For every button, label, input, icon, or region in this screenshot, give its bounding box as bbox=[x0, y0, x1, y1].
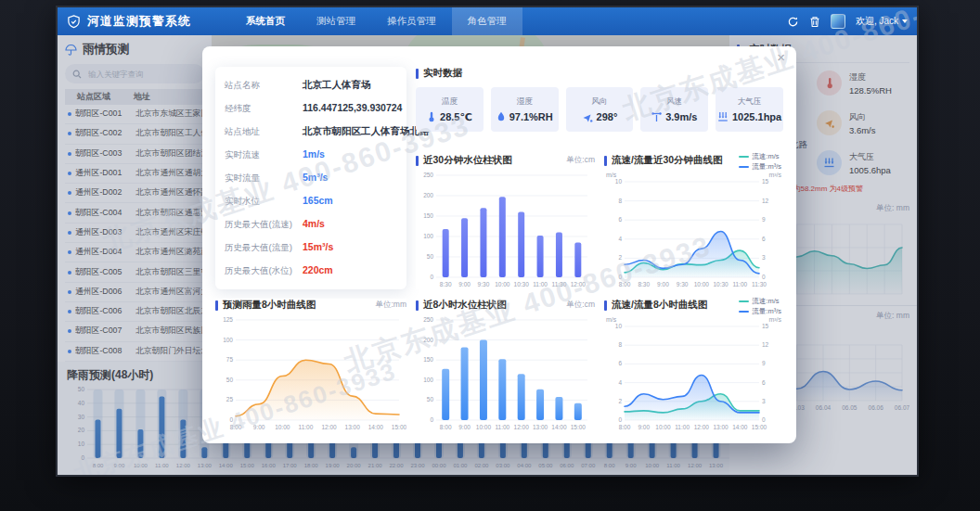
close-icon[interactable]: × bbox=[777, 50, 785, 64]
chart-unit: 单位:cm bbox=[566, 155, 595, 166]
svg-text:6: 6 bbox=[762, 236, 766, 242]
svg-text:8:30: 8:30 bbox=[638, 281, 650, 287]
svg-text:0: 0 bbox=[430, 416, 433, 423]
svg-text:11:30: 11:30 bbox=[752, 281, 767, 287]
svg-text:10:30: 10:30 bbox=[713, 281, 729, 287]
navbar: 河道监测预警系统 系统首页 测站管理 操作员管理 角色管理 欢迎, Jack bbox=[58, 7, 917, 35]
thermometer-icon bbox=[427, 111, 436, 122]
svg-text:14:00: 14:00 bbox=[551, 424, 567, 430]
svg-text:15: 15 bbox=[762, 323, 769, 329]
svg-text:8:00: 8:00 bbox=[440, 424, 452, 430]
title-bar-icon bbox=[604, 300, 607, 311]
chart-header: 近8小时水位柱状图 单位:cm bbox=[416, 299, 595, 312]
svg-text:12:00: 12:00 bbox=[514, 424, 530, 430]
svg-text:10:00: 10:00 bbox=[655, 424, 671, 430]
water-level-30min-chart: 0501001502002508:309:009:3010:0010:3011:… bbox=[416, 169, 595, 289]
trash-icon[interactable] bbox=[809, 16, 820, 28]
title-bar-icon bbox=[416, 156, 419, 166]
humidity-icon bbox=[496, 111, 506, 122]
info-value: 15m³/s bbox=[303, 241, 333, 252]
card-wind-speed: 风速 3.9m/s bbox=[640, 87, 708, 132]
svg-text:13:00: 13:00 bbox=[533, 424, 548, 430]
svg-text:15:00: 15:00 bbox=[571, 424, 587, 430]
info-row: 历史最大值(流量)15m³/s bbox=[225, 241, 397, 254]
title-bar-icon bbox=[604, 156, 607, 166]
menu-item-roles[interactable]: 角色管理 bbox=[452, 7, 522, 35]
chart-title: 近8小时水位柱状图 bbox=[423, 299, 507, 312]
card-value: 1025.1hpa bbox=[732, 111, 781, 122]
svg-text:12:00: 12:00 bbox=[321, 424, 337, 430]
svg-text:4: 4 bbox=[618, 379, 622, 386]
svg-text:100: 100 bbox=[423, 377, 433, 383]
info-row: 历史最大值(水位)220cm bbox=[225, 264, 397, 277]
svg-text:8:00: 8:00 bbox=[619, 281, 631, 287]
flow-8h-chart: 024681003691215m/sm³/s8:009:0010:0011:00… bbox=[604, 313, 783, 432]
svg-text:8: 8 bbox=[618, 341, 622, 348]
wind-direction-icon bbox=[582, 112, 593, 122]
chart-title: 近30分钟水位柱状图 bbox=[423, 154, 512, 167]
app-title: 河道监测预警系统 bbox=[87, 13, 191, 30]
welcome-text: 欢迎, Jack bbox=[856, 15, 898, 28]
svg-text:9: 9 bbox=[762, 216, 766, 223]
info-value: 165cm bbox=[303, 195, 333, 206]
card-label: 风向 bbox=[591, 96, 607, 108]
svg-text:12:00: 12:00 bbox=[571, 281, 587, 287]
svg-text:11:00: 11:00 bbox=[299, 424, 314, 430]
realtime-cards: 温度 28.5℃ 湿度 97.1%RH 风向 298° 风速 bbox=[416, 87, 783, 132]
water-level-8h-card: 近8小时水位柱状图 单位:cm 0501001502002508:009:001… bbox=[416, 299, 595, 432]
svg-text:11:00: 11:00 bbox=[533, 281, 548, 287]
title-bar-icon bbox=[215, 300, 218, 311]
title-bar-icon bbox=[416, 300, 419, 311]
card-wind-direction: 风向 298° bbox=[566, 87, 634, 132]
flow-8h-card: 流速/流量8小时曲线图 流速:m/s流量:m³/s 02468100369121… bbox=[604, 299, 783, 432]
info-value: 北京工人体育场 bbox=[303, 79, 371, 92]
svg-text:10:00: 10:00 bbox=[694, 281, 710, 287]
svg-text:10:00: 10:00 bbox=[275, 424, 290, 430]
refresh-icon[interactable] bbox=[787, 16, 799, 28]
realtime-header: 实时数据 bbox=[416, 67, 783, 80]
svg-text:150: 150 bbox=[423, 212, 433, 219]
info-value: 220cm bbox=[303, 264, 333, 275]
flow-30min-card: 流速/流量近30分钟曲线图 流速:m/s流量:m³/s 024681003691… bbox=[604, 154, 783, 289]
svg-text:50: 50 bbox=[226, 377, 234, 383]
menu-item-operators[interactable]: 操作员管理 bbox=[371, 7, 452, 35]
info-value: 4m/s bbox=[303, 218, 325, 229]
app-window: 河道监测预警系统 系统首页 测站管理 操作员管理 角色管理 欢迎, Jack bbox=[58, 7, 917, 475]
svg-text:3: 3 bbox=[762, 398, 766, 404]
svg-text:9:30: 9:30 bbox=[677, 281, 689, 287]
svg-text:9: 9 bbox=[762, 360, 766, 366]
svg-text:4: 4 bbox=[618, 236, 622, 242]
svg-text:2: 2 bbox=[618, 398, 622, 404]
svg-text:2: 2 bbox=[618, 254, 622, 261]
menu-item-home[interactable]: 系统首页 bbox=[230, 7, 301, 35]
caret-down-icon bbox=[902, 19, 908, 23]
info-label: 经纬度 bbox=[225, 103, 303, 115]
shield-logo-icon bbox=[67, 15, 81, 29]
svg-text:15:00: 15:00 bbox=[392, 424, 406, 430]
svg-text:11:00: 11:00 bbox=[732, 281, 747, 287]
svg-text:0: 0 bbox=[430, 274, 433, 280]
svg-text:9:00: 9:00 bbox=[253, 424, 265, 430]
svg-text:15: 15 bbox=[762, 178, 769, 185]
svg-text:11:30: 11:30 bbox=[552, 281, 567, 287]
chart-title: 流速/流量近30分钟曲线图 bbox=[612, 154, 723, 167]
svg-text:10:00: 10:00 bbox=[495, 281, 510, 287]
svg-text:8:00: 8:00 bbox=[230, 424, 242, 430]
user-menu[interactable]: 欢迎, Jack bbox=[856, 15, 908, 28]
card-temperature: 温度 28.5℃ bbox=[416, 87, 484, 132]
chart-title: 流速/流量8小时曲线图 bbox=[612, 299, 707, 312]
menu-item-stations[interactable]: 测站管理 bbox=[301, 7, 371, 35]
anemometer-icon bbox=[651, 111, 662, 122]
svg-text:14:00: 14:00 bbox=[368, 424, 384, 430]
card-label: 温度 bbox=[442, 96, 458, 108]
info-label: 站点名称 bbox=[225, 80, 303, 92]
svg-text:6: 6 bbox=[618, 360, 622, 366]
navbar-right: 欢迎, Jack bbox=[787, 14, 908, 29]
svg-text:11:00: 11:00 bbox=[495, 424, 509, 430]
svg-text:9:00: 9:00 bbox=[458, 424, 471, 430]
title-bar-icon bbox=[416, 69, 419, 79]
svg-text:200: 200 bbox=[423, 337, 433, 343]
svg-text:10:00: 10:00 bbox=[476, 424, 492, 430]
chart-header: 近30分钟水位柱状图 单位:cm bbox=[416, 154, 595, 167]
avatar[interactable] bbox=[831, 14, 845, 29]
